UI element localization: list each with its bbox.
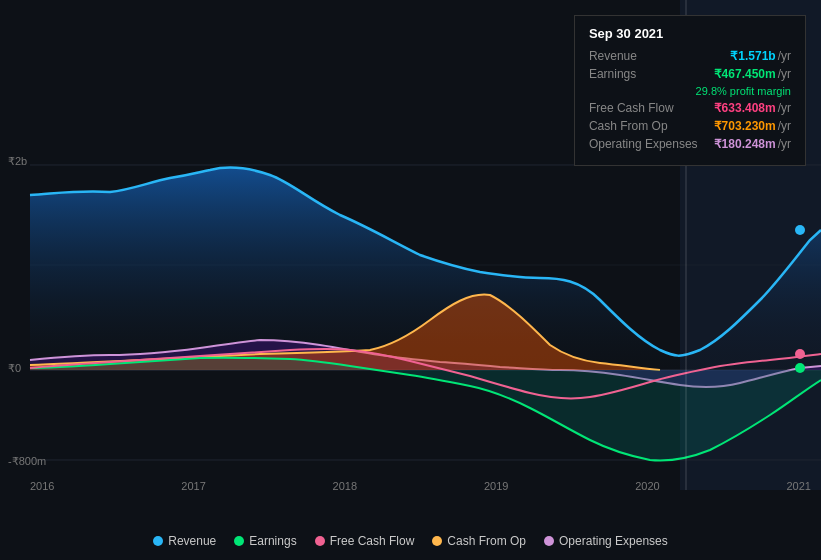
- x-label-2018: 2018: [333, 480, 357, 492]
- tooltip-earnings-row: Earnings ₹467.450m/yr: [589, 67, 791, 81]
- tooltip-opex-value: ₹180.248m/yr: [714, 137, 791, 151]
- y-axis-label-neg800m: -₹800m: [8, 455, 46, 468]
- legend-dot-operating-expenses: [544, 536, 554, 546]
- legend-label-cash-from-op: Cash From Op: [447, 534, 526, 548]
- tooltip-cash-op-label: Cash From Op: [589, 119, 668, 133]
- legend-label-revenue: Revenue: [168, 534, 216, 548]
- chart-container: ₹2b ₹0 -₹800m 2016 2017 2018 2019 2020 2…: [0, 0, 821, 560]
- legend-dot-revenue: [153, 536, 163, 546]
- tooltip-revenue-row: Revenue ₹1.571b/yr: [589, 49, 791, 63]
- legend-operating-expenses[interactable]: Operating Expenses: [544, 534, 668, 548]
- svg-point-8: [795, 363, 805, 373]
- y-axis-label-0: ₹0: [8, 362, 21, 375]
- x-label-2016: 2016: [30, 480, 54, 492]
- x-label-2020: 2020: [635, 480, 659, 492]
- legend-label-operating-expenses: Operating Expenses: [559, 534, 668, 548]
- tooltip-opex-row: Operating Expenses ₹180.248m/yr: [589, 137, 791, 151]
- tooltip-fcf-label: Free Cash Flow: [589, 101, 674, 115]
- x-label-2021: 2021: [786, 480, 810, 492]
- svg-point-9: [795, 349, 805, 359]
- x-label-2017: 2017: [181, 480, 205, 492]
- tooltip-earnings-value: ₹467.450m/yr: [714, 67, 791, 81]
- tooltip-cash-op-value: ₹703.230m/yr: [714, 119, 791, 133]
- tooltip-fcf-value: ₹633.408m/yr: [714, 101, 791, 115]
- x-axis-labels: 2016 2017 2018 2019 2020 2021: [30, 480, 811, 492]
- legend-fcf[interactable]: Free Cash Flow: [315, 534, 415, 548]
- svg-point-7: [795, 225, 805, 235]
- tooltip-revenue-value: ₹1.571b/yr: [730, 49, 791, 63]
- tooltip-box: Sep 30 2021 Revenue ₹1.571b/yr Earnings …: [574, 15, 806, 166]
- legend-dot-fcf: [315, 536, 325, 546]
- legend-dot-cash-from-op: [432, 536, 442, 546]
- legend-label-earnings: Earnings: [249, 534, 296, 548]
- legend-label-fcf: Free Cash Flow: [330, 534, 415, 548]
- legend-earnings[interactable]: Earnings: [234, 534, 296, 548]
- tooltip-profit-margin: 29.8% profit margin: [589, 85, 791, 97]
- legend-cash-from-op[interactable]: Cash From Op: [432, 534, 526, 548]
- tooltip-opex-label: Operating Expenses: [589, 137, 698, 151]
- legend-dot-earnings: [234, 536, 244, 546]
- tooltip-revenue-label: Revenue: [589, 49, 637, 63]
- chart-legend: Revenue Earnings Free Cash Flow Cash Fro…: [0, 534, 821, 548]
- y-axis-label-2b: ₹2b: [8, 155, 27, 168]
- tooltip-cash-op-row: Cash From Op ₹703.230m/yr: [589, 119, 791, 133]
- legend-revenue[interactable]: Revenue: [153, 534, 216, 548]
- x-label-2019: 2019: [484, 480, 508, 492]
- tooltip-fcf-row: Free Cash Flow ₹633.408m/yr: [589, 101, 791, 115]
- tooltip-date: Sep 30 2021: [589, 26, 791, 41]
- tooltip-earnings-label: Earnings: [589, 67, 636, 81]
